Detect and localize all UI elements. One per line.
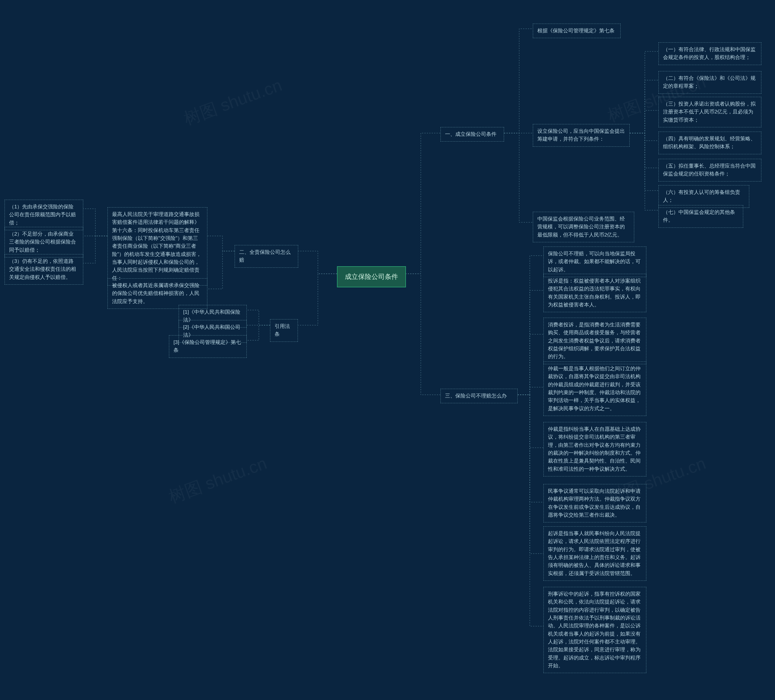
b1-c1[interactable]: 根据《保险公司管理规定》第七条 [533,23,620,38]
b2-c1-d1[interactable]: （1）先由承保交强险的保险公司在责任限额范围内予以赔偿； [5,200,83,230]
b1-c2-d2[interactable]: （二）有符合《保险法》和《公司法》规定的章程草案； [659,71,762,94]
b3-c1[interactable]: 保险公司不理赔，可以向当地保监局投诉，或者仲裁。如果都不能解决的话，可以起诉。 [544,247,646,277]
b2-c1-d3[interactable]: （3）仍有不足的，依照道路交通安全法和侵权责任法的相关规定由侵权人予以赔偿。 [5,254,83,285]
branch-3[interactable]: 三、保险公司不理赔怎么办 [441,389,518,403]
b3-c2[interactable]: 投诉是指：权益被侵害者本人对涉案组织侵犯其合法权益的违法犯罪事实，有权向有关国家… [544,274,646,312]
b1-c2-d1[interactable]: （一）有符合法律、行政法规和中国保监会规定条件的投资人，股权结构合理； [659,42,762,65]
b1-c2-d5[interactable]: （五）拟任董事长、总经理应当符合中国保监会规定的任职资格条件； [659,159,762,181]
b3-c7[interactable]: 起诉是指当事人就民事纠纷向人民法院提起诉讼，请求人民法院依照法定程序进行审判的行… [544,526,646,581]
root-node[interactable]: 成立保险公司条件 [337,266,406,287]
watermark: 树图 shutu.cn [166,452,270,509]
watermark: 树图 shutu.cn [181,74,285,130]
b3-c8[interactable]: 刑事诉讼中的起诉，指享有控诉权的国家机关和公民，依法向法院提起诉讼，请求法院对指… [544,587,646,673]
b2-c2[interactable]: 被侵权人或者其近亲属请求承保交强险的保险公司优先赔偿精神损害的，人民法院应予支持… [108,278,207,309]
b3-c4[interactable]: 仲裁一般是当事人根据他们之间订立的仲裁协议，自愿将其争议提交由非司法机构的仲裁员… [544,362,646,416]
b3-c5[interactable]: 仲裁是指纠纷当事人在自愿基础上达成协议，将纠纷提交非司法机构的第三者审理，由第三… [544,422,646,476]
b3-c3[interactable]: 消费者投诉，是指消费者为生活消费需要购买、使用商品或者接受服务，与经营者之间发生… [544,318,646,364]
branch-2[interactable]: 二、全责保险公司怎么赔 [234,245,298,268]
b4-c3[interactable]: [3]《保险公司管理规定》第七条 [169,335,247,358]
b2-c1-d2[interactable]: （2）不足部分，由承保商业三者险的保险公司根据保险合同予以赔偿； [5,227,83,257]
b2-c1[interactable]: 最高人民法院关于审理道路交通事故损害赔偿案件适用法律若干问题的解释》第十六条：同… [108,207,207,285]
b1-c2-d4[interactable]: （四）具有明确的发展规划、经营策略、组织机构框架、风险控制体系； [659,132,762,154]
b1-c2-d3[interactable]: （三）投资人承诺出资或者认购股份，拟注册资本不低于人民币2亿元，且必须为实缴货币… [659,97,762,127]
b1-c2[interactable]: 设立保险公司，应当向中国保监会提出筹建申请，并符合下列条件： [533,124,630,147]
branch-1[interactable]: 一、成立保险公司条件 [441,127,504,141]
b1-c2-d6[interactable]: （六）有投资人认可的筹备组负责人； [659,185,749,208]
b1-c3[interactable]: 中国保监会根据保险公司业务范围、经营规模，可以调整保险公司注册资本的最低限额，但… [533,212,634,242]
b3-c6[interactable]: 民事争议通常可以采取向法院起诉和申请仲裁机构审理两种方法。仲裁指争议双方在争议发… [544,484,646,523]
b1-c2-d7[interactable]: （七）中国保监会规定的其他条件。 [659,205,743,228]
branch-4[interactable]: 引用法条 [270,319,298,342]
